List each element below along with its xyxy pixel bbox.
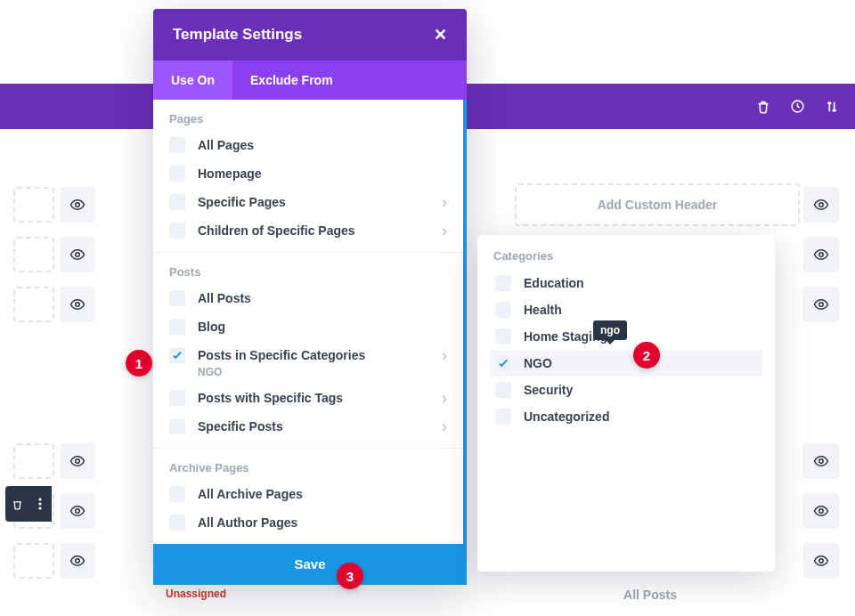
cat-label: Security (524, 383, 573, 397)
cat-education[interactable]: Education (490, 270, 762, 296)
row-actions (5, 486, 52, 522)
section-posts-title: Posts (153, 265, 463, 284)
template-slot (13, 237, 54, 272)
visibility-toggle[interactable] (60, 237, 95, 272)
row-delete-icon[interactable] (5, 486, 28, 522)
svg-point-11 (819, 253, 824, 257)
opt-label: All Posts (198, 291, 251, 305)
checkbox-icon[interactable] (169, 418, 185, 434)
opt-label: Posts with Specific Tags (198, 391, 343, 405)
checkbox-icon[interactable] (495, 355, 511, 371)
opt-label: Specific Posts (198, 419, 283, 434)
annotation-badge-2: 2 (633, 342, 660, 369)
chevron-right-icon: › (442, 194, 447, 210)
opt-all-author[interactable]: All Author Pages (153, 508, 463, 537)
visibility-toggle[interactable] (60, 543, 95, 579)
tab-use-on[interactable]: Use On (153, 61, 232, 100)
checkbox-icon[interactable] (495, 409, 511, 425)
add-custom-header-button[interactable]: Add Custom Header (515, 183, 800, 226)
opt-label: Children of Specific Pages (198, 223, 355, 238)
checkbox-icon[interactable] (169, 515, 185, 531)
modal-title: Template Settings (173, 26, 302, 44)
cat-label: Uncategorized (524, 409, 609, 424)
opt-children-specific-pages[interactable]: Children of Specific Pages› (153, 216, 463, 245)
visibility-toggle[interactable] (60, 187, 95, 223)
bg-all-posts-label: All Posts (623, 588, 677, 602)
template-slot (13, 287, 54, 322)
trash-icon[interactable] (756, 100, 770, 114)
checkbox-icon[interactable] (169, 486, 185, 502)
visibility-toggle[interactable] (803, 543, 839, 579)
opt-specific-posts[interactable]: Specific Posts› (153, 412, 463, 441)
svg-point-14 (819, 509, 824, 514)
checkbox-icon[interactable] (169, 223, 185, 239)
svg-point-15 (819, 559, 824, 563)
cat-label: NGO (524, 356, 552, 370)
checkbox-icon[interactable] (495, 328, 511, 344)
sort-icon[interactable] (825, 100, 839, 114)
tab-exclude-from[interactable]: Exclude From (232, 61, 351, 100)
bg-left-column (0, 180, 102, 586)
opt-blog[interactable]: Blog (153, 312, 463, 341)
visibility-toggle[interactable] (803, 493, 839, 529)
opt-all-posts[interactable]: All Posts (153, 284, 463, 312)
visibility-toggle[interactable] (803, 187, 839, 223)
visibility-toggle[interactable] (803, 287, 839, 322)
svg-point-8 (38, 502, 41, 505)
opt-label: Posts in Specific Categories (198, 348, 365, 362)
close-icon[interactable]: ✕ (434, 25, 447, 45)
opt-homepage[interactable]: Homepage (153, 159, 463, 188)
section-pages-title: Pages (153, 112, 463, 131)
checkbox-icon[interactable] (495, 302, 511, 318)
checkbox-icon[interactable] (169, 194, 185, 210)
checkbox-icon[interactable] (169, 137, 185, 153)
checkbox-icon[interactable] (169, 319, 185, 335)
template-slot (13, 443, 54, 479)
opt-label: Specific Pages (198, 195, 286, 209)
unassigned-label: Unassigned (166, 588, 226, 600)
svg-point-12 (819, 303, 824, 307)
opt-label: Homepage (198, 166, 262, 181)
checkbox-icon[interactable] (169, 290, 185, 306)
opt-posts-specific-tags[interactable]: Posts with Specific Tags› (153, 384, 463, 412)
template-settings-modal: Template Settings ✕ Use On Exclude From … (153, 9, 467, 585)
opt-label: All Archive Pages (198, 487, 303, 501)
svg-point-13 (819, 459, 824, 464)
history-icon[interactable] (790, 99, 805, 114)
checkbox-icon[interactable] (495, 275, 511, 291)
cat-security[interactable]: Security (490, 377, 762, 403)
checkbox-icon[interactable] (169, 390, 185, 406)
opt-label: All Author Pages (198, 515, 297, 530)
checkbox-icon[interactable] (169, 347, 185, 363)
visibility-toggle[interactable] (803, 443, 839, 479)
visibility-toggle[interactable] (60, 493, 95, 529)
section-posts: Posts All Posts Blog Posts in Specific C… (153, 253, 463, 449)
bg-right-column (800, 180, 853, 586)
row-more-icon[interactable] (28, 486, 52, 522)
svg-point-3 (76, 303, 80, 307)
opt-all-archive[interactable]: All Archive Pages (153, 480, 463, 508)
modal-tabs: Use On Exclude From (153, 61, 467, 100)
checkbox-icon[interactable] (495, 382, 511, 398)
opt-label: All Pages (198, 138, 254, 152)
svg-point-9 (38, 507, 41, 509)
svg-point-2 (76, 253, 80, 257)
cat-health[interactable]: Health (490, 296, 762, 323)
cat-uncategorized[interactable]: Uncategorized (490, 403, 762, 430)
visibility-toggle[interactable] (60, 443, 95, 479)
cat-ngo[interactable]: NGO (490, 350, 762, 377)
svg-point-7 (38, 498, 41, 500)
template-slot (13, 543, 54, 579)
section-pages: Pages All Pages Homepage Specific Pages›… (153, 100, 463, 253)
opt-specific-pages[interactable]: Specific Pages› (153, 188, 463, 216)
visibility-toggle[interactable] (803, 237, 839, 272)
svg-point-1 (76, 203, 80, 207)
annotation-badge-3: 3 (337, 563, 363, 589)
visibility-toggle[interactable] (60, 287, 95, 322)
svg-point-10 (819, 203, 824, 207)
modal-body: Pages All Pages Homepage Specific Pages›… (153, 100, 467, 544)
opt-posts-specific-categories[interactable]: Posts in Specific Categories› (153, 341, 463, 369)
opt-all-pages[interactable]: All Pages (153, 131, 463, 159)
checkbox-icon[interactable] (169, 166, 185, 182)
save-button[interactable]: Save (153, 544, 467, 585)
